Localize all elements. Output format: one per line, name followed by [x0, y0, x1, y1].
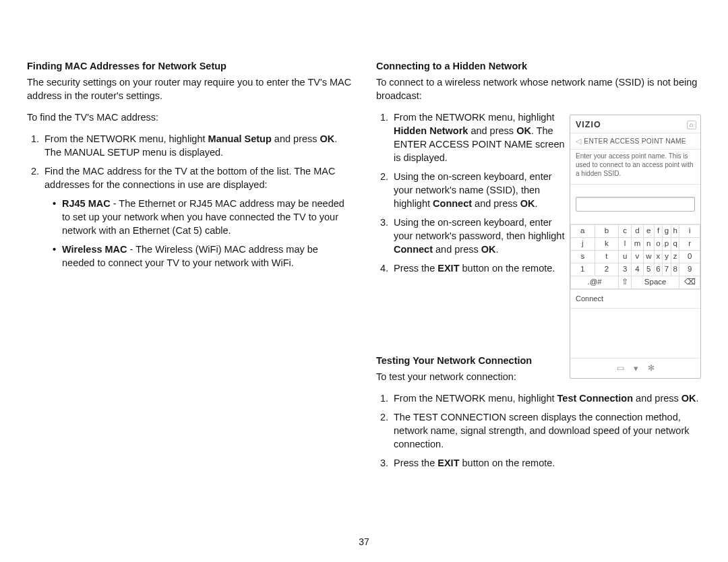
test-step-3: Press the EXIT button on the remote.: [391, 456, 701, 470]
home-icon: ⌂: [687, 121, 696, 129]
key[interactable]: x: [654, 250, 663, 263]
left-heading: Finding MAC Addresses for Network Setup: [27, 59, 352, 73]
key[interactable]: a: [571, 224, 595, 237]
hidden-heading: Connecting to a Hidden Network: [376, 59, 701, 73]
left-step-1: From the NETWORK menu, highlight Manual …: [42, 132, 352, 159]
key[interactable]: p: [663, 237, 671, 250]
key[interactable]: u: [619, 250, 632, 263]
page-number: 37: [0, 536, 728, 549]
left-intro-2: To find the TV's MAC address:: [27, 111, 352, 124]
hidden-step-3: Using the on-screen keyboard, enter your…: [391, 216, 565, 256]
vizio-screen-mock: VIZIO ⌂ ◁ ENTER ACCESS POINT NAME Enter …: [570, 115, 701, 379]
left-step-2: Find the MAC address for the TV at the b…: [42, 164, 352, 270]
hidden-step-1: From the NETWORK menu, highlight Hidden …: [391, 111, 565, 164]
key-symbols[interactable]: .@#: [571, 276, 619, 288]
key[interactable]: 4: [631, 263, 643, 276]
key[interactable]: b: [595, 224, 619, 237]
key[interactable]: h: [671, 224, 679, 237]
vizio-hint-text: Enter your access point name. This is us…: [570, 150, 700, 184]
hidden-intro: To connect to a wireless network whose n…: [376, 75, 701, 102]
key[interactable]: t: [595, 250, 619, 263]
key[interactable]: l: [619, 237, 632, 250]
key[interactable]: v: [631, 250, 643, 263]
key[interactable]: r: [679, 237, 700, 250]
left-bullet-wireless: Wireless MAC - The Wireless (WiFi) MAC a…: [53, 243, 352, 270]
key[interactable]: y: [663, 250, 671, 263]
key[interactable]: f: [654, 224, 663, 237]
key[interactable]: 2: [595, 263, 619, 276]
key[interactable]: 9: [679, 263, 700, 276]
hidden-step-4: Press the EXIT button on the remote.: [391, 261, 565, 275]
key-space[interactable]: Space: [631, 276, 679, 288]
key-backspace[interactable]: ⌫: [679, 276, 700, 288]
key[interactable]: d: [631, 224, 643, 237]
vizio-screen-title: ENTER ACCESS POINT NAME: [584, 137, 686, 146]
key[interactable]: 6: [654, 263, 663, 276]
key[interactable]: s: [571, 250, 595, 263]
key[interactable]: c: [619, 224, 632, 237]
gear-icon: ✻: [648, 363, 655, 374]
left-bullet-rj45: RJ45 MAC - The Ethernet or RJ45 MAC addr…: [53, 197, 352, 237]
key[interactable]: g: [663, 224, 671, 237]
key[interactable]: i: [679, 224, 700, 237]
key[interactable]: m: [631, 237, 643, 250]
key[interactable]: w: [643, 250, 654, 263]
hidden-step-2: Using the on-screen keyboard, enter your…: [391, 170, 565, 210]
connect-button[interactable]: Connect: [570, 289, 700, 309]
vizio-brand-label: VIZIO: [576, 119, 601, 131]
test-step-1: From the NETWORK menu, highlight Test Co…: [391, 392, 701, 405]
back-icon: ◁: [576, 136, 581, 146]
test-step-2: The TEST CONNECTION screen displays the …: [391, 410, 701, 451]
ssid-input[interactable]: [576, 197, 695, 212]
key-shift[interactable]: ⇧: [619, 276, 632, 288]
key[interactable]: 3: [619, 263, 632, 276]
onscreen-keyboard: abcdefghi jklmnopqr stuvwxyz0 123456789 …: [570, 224, 700, 289]
key[interactable]: k: [595, 237, 619, 250]
key[interactable]: 0: [679, 250, 700, 263]
key[interactable]: 1: [571, 263, 595, 276]
key[interactable]: q: [671, 237, 679, 250]
key[interactable]: z: [671, 250, 679, 263]
chevron-down-icon: ▾: [634, 363, 638, 375]
key[interactable]: o: [654, 237, 663, 250]
left-intro-1: The security settings on your router may…: [27, 75, 352, 102]
key[interactable]: 5: [643, 263, 654, 276]
key[interactable]: n: [643, 237, 654, 250]
key[interactable]: 8: [671, 263, 679, 276]
footer-wide-icon: ▭: [617, 363, 624, 374]
key[interactable]: j: [571, 237, 595, 250]
key[interactable]: 7: [663, 263, 671, 276]
key[interactable]: e: [643, 224, 654, 237]
